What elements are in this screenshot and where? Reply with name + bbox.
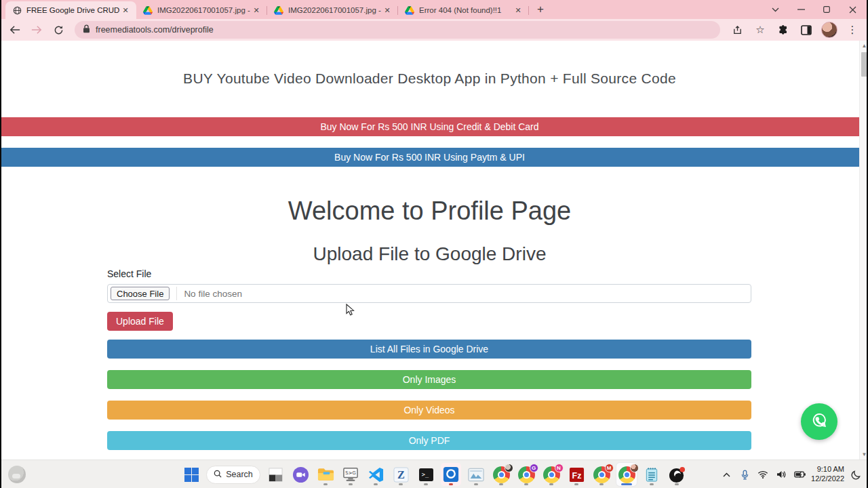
- whatsapp-icon: [809, 410, 829, 433]
- tab-title: IMG20220617001057.jpg - Goog: [288, 6, 382, 14]
- maximize-button[interactable]: [814, 0, 840, 19]
- profile-badge: G: [530, 464, 538, 472]
- close-button[interactable]: [840, 0, 865, 19]
- filezilla-icon[interactable]: Fz: [566, 463, 587, 486]
- taskbar-center: Search S>G Z: [181, 460, 687, 488]
- chrome-active-window-icon[interactable]: [616, 463, 637, 486]
- profile-badge: [630, 464, 639, 472]
- search-label: Search: [226, 470, 253, 479]
- do-not-disturb-moon-icon[interactable]: [849, 466, 863, 483]
- tab-drive-image-1[interactable]: IMG20220617001057.jpg - Goog ✕: [136, 1, 267, 19]
- running-indicator: [524, 483, 528, 485]
- running-indicator: [549, 483, 553, 485]
- google-drive-icon: [143, 5, 153, 15]
- bookmark-star-icon[interactable]: ☆: [751, 21, 769, 39]
- running-indicator: [675, 483, 679, 485]
- tab-error-404[interactable]: Error 404 (Not found)!!1 ✕: [398, 1, 529, 19]
- profile-badge: M: [605, 464, 614, 472]
- only-pdf-button[interactable]: Only PDF: [107, 431, 751, 450]
- tab-close-icon[interactable]: ✕: [513, 5, 524, 16]
- share-icon[interactable]: [728, 21, 746, 39]
- tab-drive-crud[interactable]: FREE Google Drive CRUD Online ✕: [5, 1, 136, 19]
- only-images-button[interactable]: Only Images: [107, 370, 751, 389]
- window-controls: [762, 0, 865, 19]
- screentogif-icon[interactable]: S>G: [340, 463, 361, 486]
- page-top-heading: BUY Youtube Video Downloader Desktop App…: [0, 70, 859, 87]
- select-file-label: Select File: [107, 268, 751, 279]
- chrome-profile-g-icon[interactable]: G: [516, 463, 536, 486]
- tab-close-icon[interactable]: ✕: [120, 5, 131, 16]
- side-panel-icon[interactable]: [797, 21, 815, 39]
- vscode-icon[interactable]: [366, 463, 386, 486]
- profile-badge: [505, 464, 513, 472]
- chrome-icon: G: [518, 466, 535, 483]
- lock-icon: [83, 24, 90, 36]
- browser-tabstrip: FREE Google Drive CRUD Online ✕ IMG20220…: [0, 0, 868, 19]
- chrome-profile-m-icon[interactable]: M: [591, 463, 612, 486]
- whatsapp-button[interactable]: [801, 403, 837, 440]
- url-text: freemediatools.com/driveprofile: [96, 25, 214, 35]
- tab-title: FREE Google Drive CRUD Online: [26, 6, 120, 14]
- speaker-icon[interactable]: [774, 466, 788, 483]
- video-call-app-icon[interactable]: [290, 463, 311, 486]
- browser-toolbar: freemediatools.com/driveprofile ☆ ⋮: [0, 19, 868, 41]
- widgets-icon[interactable]: [8, 466, 26, 483]
- list-all-files-button[interactable]: List All Files in Google Drive: [107, 340, 751, 359]
- tray-chevron-up-icon[interactable]: [719, 466, 733, 483]
- address-bar[interactable]: freemediatools.com/driveprofile: [75, 21, 720, 39]
- tab-close-icon[interactable]: ✕: [382, 5, 393, 16]
- menu-dots-icon[interactable]: ⋮: [844, 21, 861, 39]
- chrome-profile-1-icon[interactable]: [491, 463, 511, 486]
- upload-heading: Upload File to Google Drive: [0, 243, 859, 265]
- chrome-icon: [618, 466, 635, 483]
- start-button[interactable]: [181, 463, 201, 486]
- avatar-photo: [821, 22, 837, 38]
- taskbar-search[interactable]: Search: [206, 466, 260, 484]
- photos-app-icon[interactable]: [466, 463, 486, 486]
- taskbar-clock[interactable]: 9:10 AM 12/2/2022: [811, 465, 844, 484]
- chevron-down-icon[interactable]: [762, 0, 788, 19]
- microphone-icon[interactable]: [738, 466, 751, 483]
- only-videos-button[interactable]: Only Videos: [107, 401, 751, 420]
- app-window-icon[interactable]: [265, 463, 285, 486]
- new-tab-button[interactable]: +: [532, 1, 549, 18]
- choose-file-button[interactable]: Choose File: [111, 287, 170, 300]
- chrome-icon: M: [593, 466, 610, 483]
- tab-drive-image-2[interactable]: IMG20220617001057.jpg - Goog ✕: [267, 1, 398, 19]
- running-indicator-recording: [449, 483, 453, 485]
- upload-file-button[interactable]: Upload File: [107, 312, 173, 331]
- file-explorer-icon[interactable]: [315, 463, 336, 486]
- svg-text:Fz: Fz: [572, 470, 581, 480]
- buy-credit-card-banner[interactable]: Buy Now For Rs 500 INR Using Credit & De…: [0, 117, 859, 136]
- profile-avatar[interactable]: [821, 21, 838, 39]
- notepad-icon[interactable]: [642, 463, 662, 486]
- terminal-icon[interactable]: >_: [416, 463, 436, 486]
- battery-charging-icon[interactable]: [793, 466, 806, 483]
- wifi-icon[interactable]: [756, 466, 770, 483]
- minimize-button[interactable]: [788, 0, 814, 19]
- system-tray: 9:10 AM 12/2/2022: [719, 460, 863, 488]
- running-indicator: [599, 483, 604, 485]
- active-window-indicator: [621, 483, 632, 485]
- running-indicator: [499, 483, 503, 485]
- tab-separator: [528, 6, 529, 15]
- reload-icon[interactable]: [50, 21, 67, 39]
- extensions-puzzle-icon[interactable]: [774, 21, 792, 39]
- toolbar-actions: ☆ ⋮: [726, 21, 864, 39]
- camera-app-icon[interactable]: [441, 463, 461, 486]
- obs-studio-icon[interactable]: [667, 463, 687, 486]
- z-app-icon[interactable]: Z: [391, 463, 411, 486]
- svg-text:Z: Z: [397, 468, 405, 481]
- svg-text:>_: >_: [421, 471, 429, 478]
- globe-icon: [12, 5, 22, 15]
- forward-icon[interactable]: [28, 21, 45, 39]
- back-icon[interactable]: [6, 21, 24, 39]
- google-drive-icon: [274, 5, 283, 15]
- file-input[interactable]: Choose File No file chosen: [107, 284, 751, 303]
- windows-taskbar: Search S>G Z: [0, 460, 868, 488]
- tab-close-icon[interactable]: ✕: [251, 5, 262, 16]
- buy-paytm-upi-banner[interactable]: Buy Now For Rs 500 INR Using Paytm & UPI: [0, 148, 859, 167]
- tab-title: IMG20220617001057.jpg - Goog: [157, 6, 251, 14]
- chrome-profile-n-icon[interactable]: N: [541, 463, 561, 486]
- welcome-heading: Welcome to Profile Page: [0, 197, 859, 226]
